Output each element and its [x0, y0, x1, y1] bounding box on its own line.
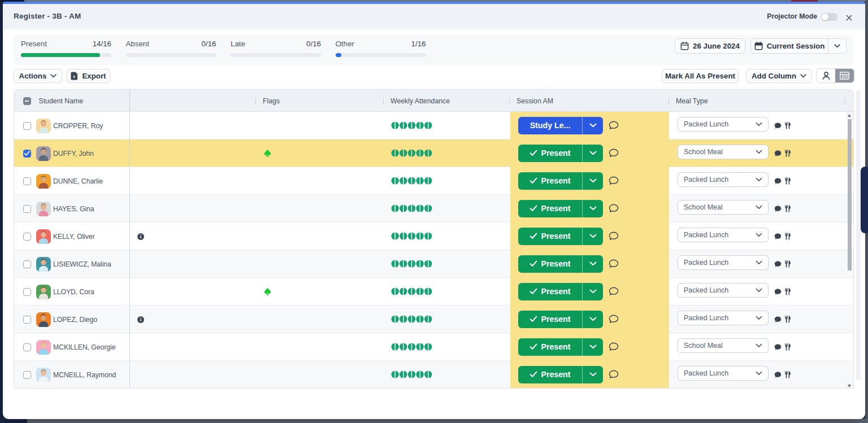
- svg-text:x: x: [73, 75, 76, 79]
